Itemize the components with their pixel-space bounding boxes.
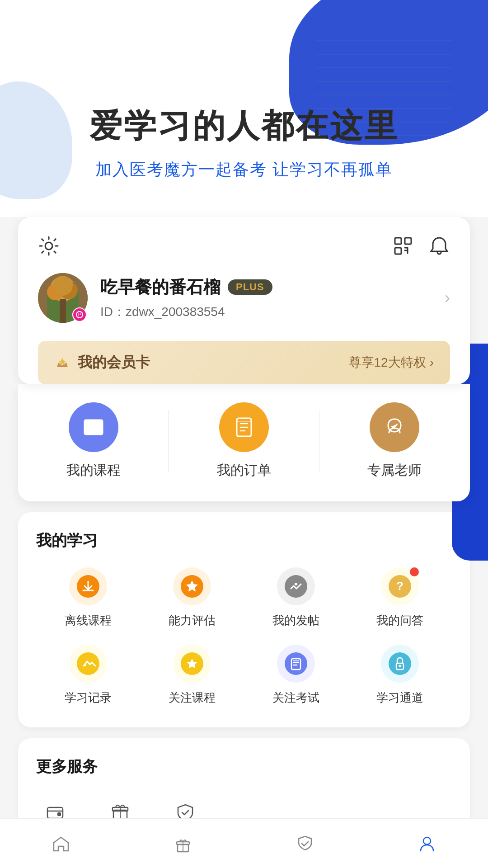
user-info: 吃早餐的番石榴 PLUS ID：zdwx_200383554 [100,276,432,321]
qa-icon-grid: ? [381,567,419,605]
courses-label: 我的课程 [66,461,121,480]
grid-item-channel[interactable]: 学习通道 [348,645,452,706]
qa-label-grid: 我的问答 [376,613,423,628]
plus-badge: PLUS [228,279,272,295]
member-card-label: 我的会员卡 [78,353,150,373]
privilege-text: 尊享12大特权 [349,354,426,371]
tab-profile[interactable] [366,819,488,868]
profile-card: P 吃早餐的番石榴 PLUS ID：zdwx_200383554 › 我的会员卡… [18,217,470,384]
eval-label: 能力评估 [169,613,216,628]
svg-rect-40 [57,812,61,816]
teacher-icon [370,402,419,452]
user-id: ID：zdwx_200383554 [100,303,432,321]
follow-exam-label: 关注考试 [272,690,319,706]
settings-icon[interactable] [38,235,60,257]
post-label: 我的发帖 [272,613,319,628]
svg-point-28 [295,583,297,585]
quick-action-courses[interactable]: 我的课程 [18,402,169,480]
profile-chevron-icon: › [445,288,450,307]
eval-icon [173,567,211,605]
teacher-label: 专属老师 [367,461,422,480]
grid-item-qa[interactable]: ? 我的问答 [348,567,452,628]
avatar-badge: P [72,307,87,322]
card-header-icons [392,235,450,257]
quick-actions: 我的课程 我的订单 专属老师 [18,384,470,501]
record-icon [69,645,107,683]
courses-icon [69,402,118,452]
orders-label: 我的订单 [217,461,271,480]
svg-rect-11 [395,248,401,254]
channel-label: 学习通道 [376,690,423,706]
member-card-left: 我的会员卡 [54,353,150,373]
grid-item-post[interactable]: 我的发帖 [244,567,348,628]
svg-point-32 [84,664,86,666]
svg-point-45 [423,837,431,844]
avatar-wrap: P [38,273,88,323]
grid-item-offline[interactable]: 离线课程 [36,567,140,628]
study-section: 我的学习 离线课程 能力评估 [18,512,470,727]
offline-label: 离线课程 [65,613,112,628]
offline-icon [69,567,107,605]
grid-item-follow-exam[interactable]: 关注考试 [244,645,348,706]
grid-item-eval[interactable]: 能力评估 [140,567,244,628]
svg-point-27 [285,575,307,598]
member-card[interactable]: 我的会员卡 尊享12大特权 › [38,341,450,384]
grid-item-record[interactable]: 学习记录 [36,645,140,706]
qa-notification-dot [410,567,419,576]
svg-rect-9 [395,238,401,244]
notification-icon[interactable] [428,235,450,257]
quick-action-teacher[interactable]: 专属老师 [319,402,470,480]
username: 吃早餐的番石榴 [100,276,221,299]
more-section-title: 更多服务 [36,756,452,777]
hero-title: 爱学习的人都在这里 [0,104,488,148]
svg-point-34 [285,652,307,675]
svg-point-31 [77,652,99,675]
quick-action-orders[interactable]: 我的订单 [169,402,319,480]
scan-icon[interactable] [392,235,414,257]
channel-icon [381,645,419,683]
orders-icon [219,402,269,452]
record-label: 学习记录 [65,690,112,706]
tab-bar [0,818,488,868]
member-privilege: 尊享12大特权 › [349,354,434,371]
tab-verify[interactable] [244,819,366,868]
svg-text:?: ? [396,579,404,593]
tab-gift[interactable] [122,819,244,868]
user-row[interactable]: P 吃早餐的番石榴 PLUS ID：zdwx_200383554 › [38,273,450,323]
study-section-title: 我的学习 [36,530,452,551]
tab-home[interactable] [0,819,122,868]
hero-section: 爱学习的人都在这里 加入医考魔方一起备考 让学习不再孤单 [0,0,488,217]
card-header [38,235,450,257]
follow-course-label: 关注课程 [169,690,216,706]
svg-point-18 [53,276,73,296]
svg-point-8 [45,242,52,250]
post-icon [277,567,315,605]
svg-rect-15 [60,299,66,323]
svg-point-38 [399,665,401,667]
privilege-chevron: › [430,355,434,370]
hero-subtitle: 加入医考魔方一起备考 让学习不再孤单 [0,159,488,181]
svg-rect-23 [84,420,89,434]
follow-course-icon [173,645,211,683]
follow-exam-icon [277,645,315,683]
hero-text: 爱学习的人都在这里 加入医考魔方一起备考 让学习不再孤单 [0,104,488,181]
grid-item-follow-course[interactable]: 关注课程 [140,645,244,706]
svg-rect-10 [405,238,411,244]
study-grid: 离线课程 能力评估 我的发帖 [36,567,452,706]
user-name-row: 吃早餐的番石榴 PLUS [100,276,432,299]
svg-text:P: P [78,312,81,317]
